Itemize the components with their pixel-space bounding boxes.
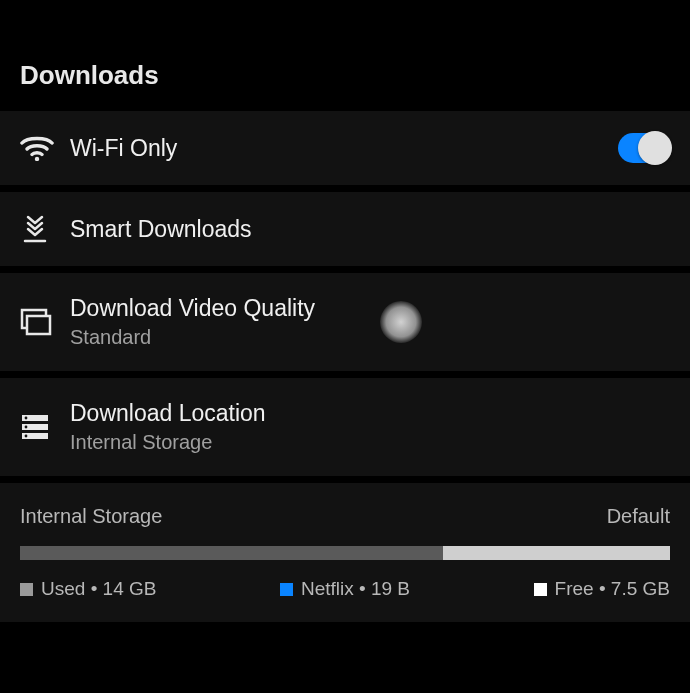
svg-point-8 (25, 426, 28, 429)
video-quality-icon (20, 308, 70, 336)
legend-used: Used • 14 GB (20, 578, 156, 600)
smart-download-icon (20, 214, 70, 244)
wifi-icon (20, 135, 70, 161)
row-download-video-quality[interactable]: Download Video Quality Standard (0, 273, 690, 378)
video-quality-value: Standard (70, 326, 670, 349)
svg-point-9 (25, 435, 28, 438)
storage-bar-free (443, 546, 670, 560)
smart-downloads-label: Smart Downloads (70, 216, 670, 243)
download-location-value: Internal Storage (70, 431, 670, 454)
storage-bar (20, 546, 670, 560)
toggle-knob (638, 131, 672, 165)
svg-point-0 (35, 157, 39, 161)
svg-rect-3 (27, 316, 50, 334)
legend-free: Free • 7.5 GB (534, 578, 670, 600)
row-wifi-only[interactable]: Wi-Fi Only (0, 111, 690, 192)
storage-status: Default (607, 505, 670, 528)
storage-name: Internal Storage (20, 505, 162, 528)
row-smart-downloads[interactable]: Smart Downloads (0, 192, 690, 273)
svg-point-7 (25, 417, 28, 420)
swatch-netflix-icon (280, 583, 293, 596)
legend-free-text: Free • 7.5 GB (555, 578, 670, 600)
storage-legend: Used • 14 GB Netflix • 19 B Free • 7.5 G… (20, 578, 670, 600)
storage-bar-used (20, 546, 443, 560)
video-quality-label: Download Video Quality (70, 295, 670, 322)
legend-netflix: Netflix • 19 B (280, 578, 410, 600)
section-header-downloads: Downloads (0, 0, 690, 111)
storage-icon (20, 413, 70, 441)
wifi-only-label: Wi-Fi Only (70, 135, 618, 162)
swatch-free-icon (534, 583, 547, 596)
row-download-location[interactable]: Download Location Internal Storage (0, 378, 690, 483)
swatch-used-icon (20, 583, 33, 596)
download-location-label: Download Location (70, 400, 670, 427)
legend-netflix-text: Netflix • 19 B (301, 578, 410, 600)
wifi-only-toggle[interactable] (618, 133, 670, 163)
legend-used-text: Used • 14 GB (41, 578, 156, 600)
storage-section: Internal Storage Default Used • 14 GB Ne… (0, 483, 690, 622)
